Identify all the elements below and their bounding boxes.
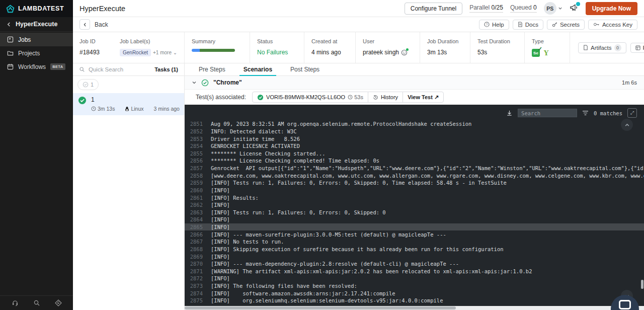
passed-filter-chip[interactable]: 1 [77,79,99,90]
log-line-text: [INFO] --- maven-dependency-plugin:2.8:r… [211,261,459,267]
progress-running-segment [192,49,200,52]
log-search-input[interactable] [518,109,577,117]
upgrade-button[interactable]: Upgrade Now [586,2,637,15]
help-button[interactable]: ? Help [479,20,509,30]
log-line: 2868[INFO] Skipping execution of surefir… [185,246,644,253]
announcements-button[interactable] [570,4,579,14]
scroll-to-top-button[interactable] [621,119,633,131]
log-line-number: 2856 [185,158,203,164]
notification-dot [576,2,580,6]
log-lines: 2851Aug 09, 2023 8:32:51 AM org.openqa.s… [185,119,644,310]
log-line: 2875[INFO] org.seleniumhq.selenium:selen… [185,297,644,304]
job-labels-value: GenRocket+1 more ⌄ [120,49,184,56]
task-meta: 3m 13s Linux 3 mins ago [91,106,187,112]
back-label: Back [95,21,108,28]
log-line: 2870[INFO] --- maven-dependency-plugin:2… [185,260,644,268]
tab-scenarios[interactable]: Scenarios [234,63,281,75]
sidebar-item-label: Workflows [18,63,46,70]
artifacts-label: Artifacts [591,45,612,51]
parallel-stat: Parallel 0/25 [469,4,503,13]
test-id-chip[interactable]: VORI5-B9MW8-KM2QS-LL6OO 53s [253,92,368,102]
log-line-number: 2858 [185,173,203,179]
log-line-text: [INFO] [211,216,230,222]
sidebar-item-label: Projects [18,50,40,57]
user-menu[interactable]: PS [544,2,562,15]
task-name: 1 [91,96,187,103]
report-icon [635,45,640,50]
tests-associated-row: Test(s) associated: VORI5-B9MW8-KM2QS-LL… [185,90,644,105]
status-value: No Failures [257,49,304,56]
docs-label: Docs [525,22,538,28]
docs-button[interactable]: Docs [513,20,543,30]
artifacts-count-badge: 0 [614,44,621,51]
match-count: 0 matches [594,110,622,116]
log-line-number: 2867 [185,239,203,245]
filter-lines-icon[interactable] [582,110,589,116]
tests-associated-label: Test(s) associated: [196,94,246,101]
log-line-number: 2860 [185,187,203,193]
history-button[interactable]: History [368,92,403,102]
report-button[interactable]: Report [630,43,644,53]
log-line-text: [www.deere.com, www.oaktreecapital.com, … [211,173,644,179]
chevron-left-icon[interactable] [79,19,90,30]
test-duration-column: Test Duration 53s [470,32,524,63]
tab-pre-steps[interactable]: Pre Steps [190,63,234,75]
fullscreen-icon[interactable]: ⤢ [627,108,637,118]
help-label: Help [492,22,504,28]
jobs-icon [7,36,14,43]
log-vertical-scrollbar[interactable] [641,105,644,306]
task-passed-icon [78,96,87,112]
task-os-text: Linux [131,106,143,112]
header-controls: Configure Tunnel Parallel 0/25 Queued 0 … [405,2,637,15]
search-icon[interactable] [33,299,40,306]
log-line: 2853Driver initiate time 8.526 [185,135,644,142]
log-line-text: Aug 09, 2023 8:32:51 AM org.openqa.selen… [211,121,471,127]
sidebar-section-header[interactable]: HyperExecute [0,17,73,32]
type-column: Type Se✓ Y [524,32,570,63]
log-line-text: [INFO] Tests run: 1, Failures: 0, Errors… [211,209,386,215]
sidebar-item-jobs[interactable]: Jobs [0,33,73,46]
access-key-button[interactable]: Access Key [588,20,637,30]
app-root: LAMBDATEST HyperExecute Jobs Projects [0,0,644,310]
tab-post-steps[interactable]: Post Steps [281,63,329,75]
more-labels[interactable]: +1 more ⌄ [153,50,177,55]
task-list-item[interactable]: 1 3m 13s Linux 3 mins ago [73,93,184,115]
log-line: 2864[INFO] [185,216,644,223]
sidebar-item-workflows[interactable]: Workflows BETA [0,60,73,73]
logo[interactable]: LAMBDATEST [0,0,73,17]
support-headset-icon[interactable] [12,299,19,306]
clock-icon [91,106,96,111]
sidebar-footer [0,295,73,310]
test-chip-group: VORI5-B9MW8-KM2QS-LL6OO 53s History View… [252,92,444,103]
download-icon[interactable] [506,110,513,116]
status-icon[interactable] [55,299,62,306]
log-line: 2857Genrocket API output[{"id":"1","Name… [185,165,644,172]
view-test-button[interactable]: View Test ↗ [403,92,443,102]
label-chip[interactable]: GenRocket [120,49,151,56]
configure-tunnel-button[interactable]: Configure Tunnel [405,3,462,15]
h-scrollbar-thumb[interactable] [185,306,456,309]
log-line-number: 2872 [185,275,203,281]
artifacts-button[interactable]: Artifacts 0 [578,42,626,53]
user-status-icon [401,49,408,56]
back-button[interactable]: Back [79,19,108,30]
tasks-panel: Tasks (1) 1 1 [73,63,185,310]
sidebar-item-projects[interactable]: Projects [0,46,73,60]
quick-search-input[interactable] [89,66,139,72]
test-duration-label: Test Duration [477,38,524,44]
chevron-down-icon[interactable] [192,80,197,85]
scenario-row[interactable]: "Chrome" 1m 6s [185,76,644,90]
job-duration-value: 3m 13s [427,49,470,56]
sidebar-section-title: HyperExecute [16,21,57,28]
job-actions: Artifacts 0 Report [570,32,644,63]
avatar[interactable]: PS [544,2,556,15]
secrets-button[interactable]: Secrets [547,20,585,30]
svg-text:?: ? [486,23,488,26]
log-line: 2863[INFO] Tests run: 1, Failures: 0, Er… [185,209,644,216]
log-line-text: [INFO] The following files have been res… [211,283,357,289]
v-scrollbar-thumb[interactable] [641,280,643,289]
log-horizontal-scrollbar[interactable] [185,306,644,310]
scenario-name: "Chrome" [213,79,242,86]
job-labels-label: Job Label(s) [120,38,184,44]
summary-column: Summary [184,32,250,63]
